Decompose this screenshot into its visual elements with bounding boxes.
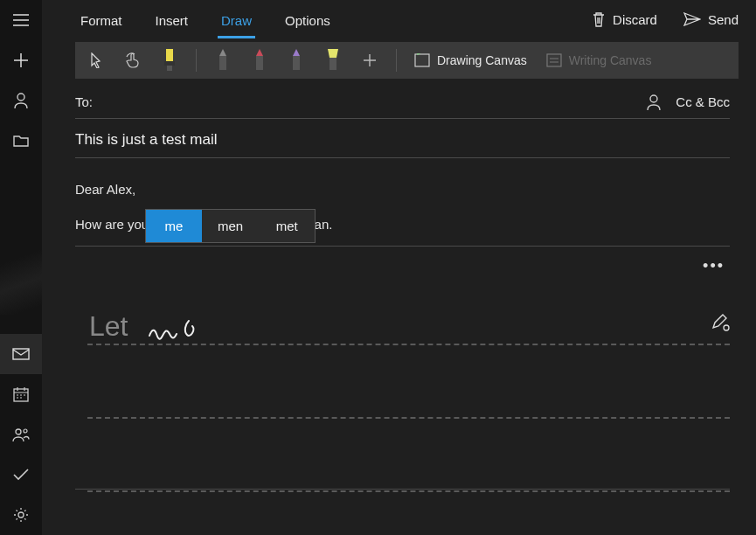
writing-canvas-icon [546,53,562,67]
menu-format[interactable]: Format [77,4,126,35]
body-text: Dear Alex, [75,179,730,200]
suggestion-item[interactable]: me [146,210,202,242]
to-row: To: Cc & Bcc [75,93,730,119]
svg-marker-15 [328,49,338,58]
cc-bcc-button[interactable]: Cc & Bcc [676,94,730,109]
mail-app-icon[interactable] [0,334,42,374]
svg-point-20 [724,325,729,330]
people-app-icon[interactable] [0,414,42,455]
recognized-text: Let [89,310,128,343]
touch-tool[interactable] [121,47,145,73]
writing-canvas-button[interactable]: Writing Canvas [543,53,655,67]
suggestion-item[interactable]: men [202,210,259,242]
to-label: To: [75,94,93,109]
drawing-canvas-icon [414,53,430,67]
separator [396,49,397,72]
svg-point-19 [650,95,657,102]
svg-point-0 [17,94,24,101]
more-options-button[interactable]: ••• [697,254,730,279]
writing-guideline [87,344,730,345]
send-button[interactable]: Send [683,12,739,27]
todo-app-icon[interactable] [0,455,42,495]
send-label: Send [708,12,739,27]
menu-insert[interactable]: Insert [152,4,192,35]
svg-rect-6 [166,49,173,61]
menu-draw[interactable]: Draw [218,4,255,35]
drawing-canvas-label: Drawing Canvas [437,53,527,67]
drawing-canvas-button[interactable]: Drawing Canvas [411,53,531,67]
svg-rect-1 [13,349,29,359]
message-body[interactable]: Dear Alex, How are you__________________… [75,179,730,235]
account-icon[interactable] [0,80,42,121]
svg-point-3 [16,429,21,434]
ime-suggestions: me men met [145,209,316,243]
svg-rect-10 [219,56,226,70]
svg-marker-13 [293,49,300,56]
draw-toolbar: Drawing Canvas Writing Canvas [75,42,739,79]
svg-rect-12 [256,56,263,70]
highlighter-yellow[interactable] [321,47,345,73]
trash-icon [592,11,606,27]
svg-rect-14 [293,56,300,70]
discard-label: Discard [613,12,657,27]
svg-rect-8 [167,66,172,71]
pen-purple[interactable] [284,47,309,73]
new-mail-button[interactable] [0,40,42,80]
svg-point-4 [24,429,27,433]
cursor-tool[interactable] [84,47,108,73]
divider [75,489,730,490]
pen-yellow-marker[interactable] [157,47,182,73]
writing-canvas-area[interactable]: Let [75,288,730,489]
writing-guideline [87,490,730,492]
menu-options[interactable]: Options [281,4,334,35]
svg-rect-16 [329,58,336,70]
folder-icon[interactable] [0,121,42,161]
calendar-app-icon[interactable] [0,374,42,414]
pen-red[interactable] [247,47,272,73]
subject-input[interactable]: This is just a test mail [75,131,730,158]
discard-button[interactable]: Discard [592,11,657,27]
ink-edit-icon[interactable] [711,312,730,335]
add-pen-button[interactable] [357,47,382,73]
contact-picker-icon[interactable] [646,94,662,111]
svg-rect-7 [164,61,175,66]
svg-rect-17 [415,54,429,66]
svg-rect-18 [547,54,561,66]
svg-point-5 [18,512,24,518]
separator [196,49,197,72]
pen-gray[interactable] [211,47,235,73]
send-icon [683,12,701,26]
settings-icon[interactable] [0,495,42,535]
writing-canvas-label: Writing Canvas [569,53,652,67]
suggestion-item[interactable]: met [259,210,315,242]
svg-marker-9 [219,49,226,56]
svg-marker-11 [256,49,263,56]
menu-bar: Format Insert Draw Options Discard Send [42,0,756,38]
writing-guideline [87,417,730,419]
hamburger-menu-button[interactable] [0,0,42,40]
